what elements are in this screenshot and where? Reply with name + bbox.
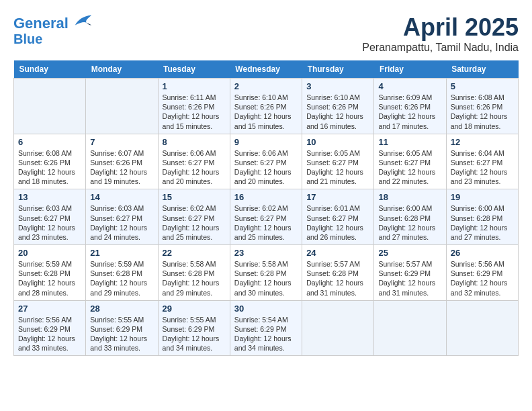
calendar-cell	[446, 300, 518, 356]
day-info: Sunrise: 5:58 AM Sunset: 6:28 PM Dayligh…	[234, 259, 298, 298]
day-number: 16	[234, 192, 298, 202]
day-number: 6	[18, 137, 81, 147]
day-number: 3	[306, 81, 369, 91]
weekday-header-tuesday: Tuesday	[158, 60, 230, 79]
calendar-cell: 18Sunrise: 6:00 AM Sunset: 6:28 PM Dayli…	[374, 189, 446, 245]
day-number: 9	[234, 137, 298, 147]
day-number: 22	[163, 248, 226, 258]
day-number: 28	[90, 304, 153, 314]
calendar-cell	[14, 79, 86, 134]
calendar-week-row: 1Sunrise: 6:11 AM Sunset: 6:26 PM Daylig…	[14, 79, 519, 134]
calendar-cell: 13Sunrise: 6:03 AM Sunset: 6:27 PM Dayli…	[14, 189, 86, 245]
day-info: Sunrise: 6:04 AM Sunset: 6:27 PM Dayligh…	[451, 148, 514, 187]
weekday-header-friday: Friday	[374, 60, 446, 79]
day-number: 8	[163, 137, 226, 147]
weekday-header-sunday: Sunday	[14, 60, 86, 79]
day-number: 4	[378, 81, 441, 91]
calendar-table: SundayMondayTuesdayWednesdayThursdayFrid…	[13, 60, 519, 356]
day-number: 1	[163, 81, 226, 91]
calendar-cell: 22Sunrise: 5:58 AM Sunset: 6:28 PM Dayli…	[158, 245, 230, 301]
day-info: Sunrise: 5:55 AM Sunset: 6:29 PM Dayligh…	[163, 315, 226, 353]
day-number: 14	[90, 192, 153, 202]
day-info: Sunrise: 5:54 AM Sunset: 6:29 PM Dayligh…	[234, 315, 298, 353]
day-number: 5	[451, 81, 514, 91]
day-info: Sunrise: 6:03 AM Sunset: 6:27 PM Dayligh…	[90, 203, 153, 242]
day-info: Sunrise: 5:57 AM Sunset: 6:29 PM Dayligh…	[378, 259, 441, 298]
day-info: Sunrise: 5:55 AM Sunset: 6:29 PM Dayligh…	[90, 315, 153, 353]
weekday-header-monday: Monday	[86, 60, 158, 79]
day-number: 15	[163, 192, 226, 202]
day-info: Sunrise: 5:59 AM Sunset: 6:28 PM Dayligh…	[18, 259, 81, 298]
calendar-cell: 25Sunrise: 5:57 AM Sunset: 6:29 PM Dayli…	[374, 245, 446, 301]
day-number: 19	[451, 192, 514, 202]
day-info: Sunrise: 6:06 AM Sunset: 6:27 PM Dayligh…	[163, 148, 226, 187]
calendar-cell: 21Sunrise: 5:59 AM Sunset: 6:28 PM Dayli…	[86, 245, 158, 301]
calendar-cell: 2Sunrise: 6:10 AM Sunset: 6:26 PM Daylig…	[230, 79, 302, 134]
day-info: Sunrise: 6:00 AM Sunset: 6:28 PM Dayligh…	[378, 203, 441, 242]
location-title: Peranampattu, Tamil Nadu, India	[362, 42, 519, 54]
logo-bird-icon	[74, 13, 93, 28]
day-info: Sunrise: 6:01 AM Sunset: 6:27 PM Dayligh…	[306, 203, 369, 242]
day-number: 27	[18, 304, 81, 314]
day-number: 2	[234, 81, 298, 91]
day-info: Sunrise: 5:56 AM Sunset: 6:29 PM Dayligh…	[18, 315, 81, 353]
calendar-cell: 14Sunrise: 6:03 AM Sunset: 6:27 PM Dayli…	[86, 189, 158, 245]
day-info: Sunrise: 5:58 AM Sunset: 6:28 PM Dayligh…	[163, 259, 226, 298]
logo-text: General	[13, 13, 93, 32]
calendar-cell: 19Sunrise: 6:00 AM Sunset: 6:28 PM Dayli…	[446, 189, 518, 245]
calendar-cell: 7Sunrise: 6:07 AM Sunset: 6:26 PM Daylig…	[86, 134, 158, 189]
day-number: 20	[18, 248, 81, 258]
calendar-cell: 12Sunrise: 6:04 AM Sunset: 6:27 PM Dayli…	[446, 134, 518, 189]
day-number: 21	[90, 248, 153, 258]
day-number: 11	[378, 137, 441, 147]
calendar-cell: 4Sunrise: 6:09 AM Sunset: 6:26 PM Daylig…	[374, 79, 446, 134]
day-info: Sunrise: 6:10 AM Sunset: 6:26 PM Dayligh…	[234, 93, 298, 131]
day-info: Sunrise: 6:11 AM Sunset: 6:26 PM Dayligh…	[163, 93, 226, 131]
day-info: Sunrise: 5:56 AM Sunset: 6:29 PM Dayligh…	[451, 259, 514, 298]
calendar-cell: 28Sunrise: 5:55 AM Sunset: 6:29 PM Dayli…	[86, 300, 158, 356]
day-number: 12	[451, 137, 514, 147]
calendar-cell: 24Sunrise: 5:57 AM Sunset: 6:28 PM Dayli…	[302, 245, 374, 301]
calendar-cell: 3Sunrise: 6:10 AM Sunset: 6:26 PM Daylig…	[302, 79, 374, 134]
day-info: Sunrise: 5:59 AM Sunset: 6:28 PM Dayligh…	[90, 259, 153, 298]
calendar-cell: 27Sunrise: 5:56 AM Sunset: 6:29 PM Dayli…	[14, 300, 86, 356]
calendar-cell: 30Sunrise: 5:54 AM Sunset: 6:29 PM Dayli…	[230, 300, 302, 356]
calendar-cell: 5Sunrise: 6:08 AM Sunset: 6:26 PM Daylig…	[446, 79, 518, 134]
day-info: Sunrise: 6:09 AM Sunset: 6:26 PM Dayligh…	[378, 93, 441, 131]
day-info: Sunrise: 6:02 AM Sunset: 6:27 PM Dayligh…	[163, 203, 226, 242]
day-number: 17	[306, 192, 369, 202]
day-number: 30	[234, 304, 298, 314]
logo-line2: Blue	[13, 32, 93, 46]
day-number: 7	[90, 137, 153, 147]
title-block: April 2025 Peranampattu, Tamil Nadu, Ind…	[362, 13, 519, 54]
day-number: 10	[306, 137, 369, 147]
calendar-cell: 10Sunrise: 6:05 AM Sunset: 6:27 PM Dayli…	[302, 134, 374, 189]
calendar-cell: 15Sunrise: 6:02 AM Sunset: 6:27 PM Dayli…	[158, 189, 230, 245]
day-info: Sunrise: 6:05 AM Sunset: 6:27 PM Dayligh…	[306, 148, 369, 187]
calendar-cell: 17Sunrise: 6:01 AM Sunset: 6:27 PM Dayli…	[302, 189, 374, 245]
day-number: 13	[18, 192, 81, 202]
calendar-week-row: 13Sunrise: 6:03 AM Sunset: 6:27 PM Dayli…	[14, 189, 519, 245]
weekday-header-wednesday: Wednesday	[230, 60, 302, 79]
calendar-cell: 23Sunrise: 5:58 AM Sunset: 6:28 PM Dayli…	[230, 245, 302, 301]
weekday-header-thursday: Thursday	[302, 60, 374, 79]
day-info: Sunrise: 6:05 AM Sunset: 6:27 PM Dayligh…	[378, 148, 441, 187]
calendar-cell: 26Sunrise: 5:56 AM Sunset: 6:29 PM Dayli…	[446, 245, 518, 301]
calendar-cell: 11Sunrise: 6:05 AM Sunset: 6:27 PM Dayli…	[374, 134, 446, 189]
month-title: April 2025	[362, 13, 519, 42]
calendar-cell: 8Sunrise: 6:06 AM Sunset: 6:27 PM Daylig…	[158, 134, 230, 189]
logo-line1: General	[13, 15, 69, 32]
calendar-cell	[86, 79, 158, 134]
day-info: Sunrise: 6:07 AM Sunset: 6:26 PM Dayligh…	[90, 148, 153, 187]
calendar-cell: 29Sunrise: 5:55 AM Sunset: 6:29 PM Dayli…	[158, 300, 230, 356]
calendar-week-row: 20Sunrise: 5:59 AM Sunset: 6:28 PM Dayli…	[14, 245, 519, 301]
day-number: 29	[163, 304, 226, 314]
calendar-cell: 6Sunrise: 6:08 AM Sunset: 6:26 PM Daylig…	[14, 134, 86, 189]
day-info: Sunrise: 6:03 AM Sunset: 6:27 PM Dayligh…	[18, 203, 81, 242]
day-number: 23	[234, 248, 298, 258]
calendar-cell: 20Sunrise: 5:59 AM Sunset: 6:28 PM Dayli…	[14, 245, 86, 301]
weekday-header-saturday: Saturday	[446, 60, 518, 79]
calendar-cell: 16Sunrise: 6:02 AM Sunset: 6:27 PM Dayli…	[230, 189, 302, 245]
calendar-week-row: 27Sunrise: 5:56 AM Sunset: 6:29 PM Dayli…	[14, 300, 519, 356]
day-number: 24	[306, 248, 369, 258]
